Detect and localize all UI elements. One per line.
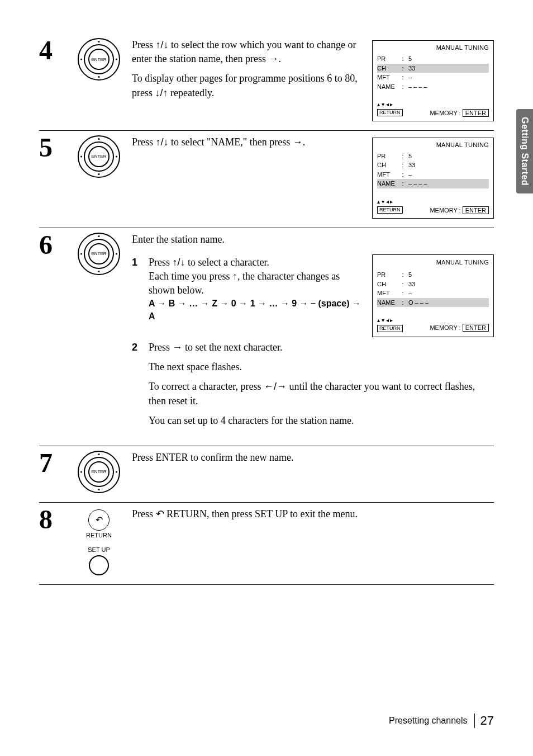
osd-title: MANUAL TUNING (377, 141, 489, 148)
step-5-text: Press ↑/↓ to select "NAME," then press →… (132, 135, 364, 219)
text: to select "NAME," then press (169, 136, 293, 148)
text: Press (132, 136, 156, 148)
osd-label: MFT (377, 289, 401, 298)
step-7-text: Press ENTER to confirm the new name. (132, 451, 494, 493)
osd-value: 5 (405, 270, 489, 280)
osd-label: PR (377, 270, 401, 280)
text: Each time you press (149, 271, 232, 282)
step-6: 6 ENTER Enter the station name. 1 Press … (39, 228, 494, 446)
up-down-icon: ↑/↓ (173, 257, 185, 268)
osd-return-label: RETURN (377, 109, 403, 116)
return-button-icon: ↶ (88, 509, 110, 531)
down-up-icon: ↓/↑ (155, 87, 168, 98)
osd-return-label: RETURN (377, 325, 403, 332)
osd-nav: ▴ ▾ ◂ ▸ RETURN (377, 317, 403, 332)
osd-value: 33 (405, 160, 489, 170)
text: . (278, 53, 281, 64)
step-8-text: Press ↶ RETURN, then press SET UP to exi… (132, 507, 494, 575)
side-tab-getting-started: Getting Started (516, 109, 533, 193)
osd-label: MFT (377, 170, 401, 179)
osd-nav: ▴ ▾ ◂ ▸ RETURN (377, 199, 403, 214)
osd-label: CH (377, 280, 401, 289)
step-number: 8 (39, 507, 66, 575)
step-number: 6 (39, 233, 66, 437)
page-number: 27 (474, 714, 494, 728)
remote-icon-col: ENTER (74, 38, 124, 121)
text: repeatedly. (168, 87, 215, 98)
osd-screen-6: MANUAL TUNING PR:5 CH:33 MFT:– NAME:O – … (372, 254, 494, 337)
enter-button-icon: ENTER (78, 233, 120, 275)
step-5: 5 ENTER Press ↑/↓ to select "NAME," then… (39, 131, 494, 228)
up-down-icon: ↑/↓ (156, 136, 169, 148)
setup-button-icon (89, 555, 109, 575)
left-right-icon: ←/→ (264, 381, 287, 392)
enter-cap: ENTER (88, 49, 110, 70)
osd-screen-4: MANUAL TUNING PR:5 CH:33 MFT:– NAME:– – … (372, 40, 494, 121)
osd-value: – – – – (405, 179, 489, 188)
step-number: 4 (39, 38, 66, 121)
step-number: 5 (39, 135, 66, 219)
enter-button-icon: ENTER (78, 451, 120, 493)
osd-memory: MEMORY : ENTER (430, 324, 489, 332)
osd-label: NAME (377, 179, 401, 188)
up-icon: ↑ (232, 271, 237, 282)
step-number: 7 (39, 451, 66, 493)
page-footer: Presetting channels 27 (389, 714, 494, 728)
osd-value: 33 (405, 64, 489, 73)
return-icon: ↶ (156, 508, 164, 519)
text: Press ENTER to confirm the new name. (132, 451, 494, 465)
substep-2: 2 Press → to set the next character. The… (132, 341, 494, 433)
osd-enter-label: ENTER (463, 324, 489, 332)
osd-value: 33 (405, 280, 489, 289)
memory-label: MEMORY : (430, 110, 460, 116)
osd-value: – (405, 73, 489, 82)
step-7: 7 ENTER Press ENTER to confirm the new n… (39, 446, 494, 503)
substep-1: 1 Press ↑/↓ to select a character. Each … (132, 256, 364, 323)
enter-cap: ENTER (88, 146, 110, 167)
memory-label: MEMORY : (430, 207, 460, 214)
enter-button-icon: ENTER (78, 38, 120, 81)
text: You can set up to 4 characters for the s… (149, 414, 494, 428)
text: to set the next character. (183, 342, 283, 353)
osd-screen-5: MANUAL TUNING PR:5 CH:33 MFT:– NAME:– – … (372, 138, 494, 219)
manual-page: Getting Started 4 ENTER Press ↑/↓ to sel… (0, 0, 533, 756)
osd-title: MANUAL TUNING (377, 44, 489, 51)
remote-icon-col: ENTER (74, 451, 124, 493)
intro-text: Enter the station name. (132, 233, 494, 247)
text: Press (132, 508, 156, 519)
remote-icon-col: ENTER (74, 233, 124, 437)
text: . (303, 136, 306, 148)
text: Press (149, 257, 173, 268)
osd-title: MANUAL TUNING (377, 258, 489, 267)
return-label: RETURN (74, 532, 124, 538)
osd-label: PR (377, 152, 401, 161)
right-icon: → (268, 53, 278, 64)
text: RETURN, then press SET UP to exit the me… (164, 508, 358, 519)
text: The next space flashes. (149, 360, 494, 374)
nav-arrows-icon: ▴ ▾ ◂ ▸ (377, 199, 403, 205)
osd-value: – (405, 289, 489, 298)
remote-icon-col: ENTER (74, 135, 124, 219)
remote-icon-col: ↶ RETURN SET UP (74, 507, 124, 575)
nav-arrows-icon: ▴ ▾ ◂ ▸ (377, 317, 403, 324)
osd-label: NAME (377, 82, 401, 92)
osd-memory: MEMORY : ENTER (430, 110, 489, 116)
osd-value: – – – – (405, 82, 489, 92)
memory-label: MEMORY : (430, 324, 460, 331)
text: To correct a character, press (149, 381, 264, 392)
right-icon: → (173, 342, 183, 353)
text: to select a character. (185, 257, 269, 268)
osd-value: 5 (405, 152, 489, 161)
footer-title: Presetting channels (389, 716, 468, 726)
osd-label: PR (377, 54, 401, 64)
osd-value: O – – – (405, 298, 489, 308)
osd-return-label: RETURN (377, 206, 403, 214)
osd-memory: MEMORY : ENTER (430, 207, 489, 214)
osd-label: MFT (377, 73, 401, 82)
setup-label: SET UP (74, 546, 124, 553)
enter-button-icon: ENTER (78, 135, 120, 178)
osd-value: 5 (405, 54, 489, 64)
nav-arrows-icon: ▴ ▾ ◂ ▸ (377, 101, 403, 108)
osd-enter-label: ENTER (463, 206, 489, 214)
osd-nav: ▴ ▾ ◂ ▸ RETURN (377, 101, 403, 116)
